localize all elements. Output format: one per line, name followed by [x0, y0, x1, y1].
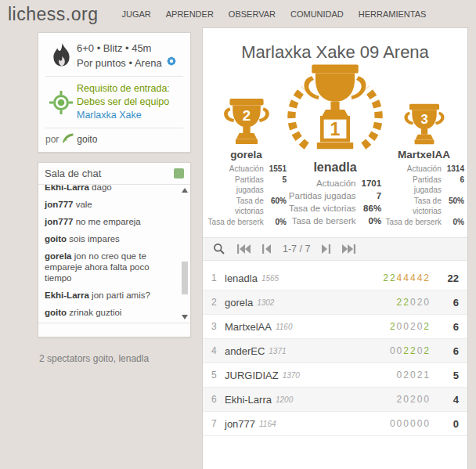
player-name[interactable]: gorela — [225, 297, 253, 308]
tournament-info-box: 6+0 • Blitz • 45m Por puntos • Arena — [38, 32, 191, 153]
standings-row[interactable]: 6 Ekhi-Larra 1200 20200 4 — [203, 388, 467, 412]
clock-line: 6+0 • Blitz • 45m — [77, 41, 177, 56]
entry-condition-text: Requisito de entrada: Debes ser del equi… — [77, 82, 170, 122]
player-rank: 3 — [211, 321, 222, 332]
standings-row[interactable]: 4 anderEC 1371 002202 6 — [203, 339, 467, 363]
rank-2-number: 2 — [242, 107, 250, 124]
player-rating: 1164 — [259, 420, 276, 428]
score-sheet: 20200 — [397, 394, 431, 405]
podium-first: 1 lenadla Actuación1701Partidas jugadas7… — [287, 64, 384, 227]
nav-item-jugar[interactable]: JUGAR — [121, 9, 150, 19]
stat-value: 86% — [362, 203, 382, 215]
podium-player-name[interactable]: MartxelAA — [398, 149, 450, 161]
page-range: 1-7 / 7 — [283, 244, 310, 254]
stat-value: 7 — [362, 190, 382, 202]
chat-username[interactable]: goito — [45, 308, 67, 317]
score-digit: 2 — [390, 272, 397, 283]
chat-username[interactable]: jon777 — [45, 200, 73, 209]
chat-message: jon777 no me empareja — [45, 216, 177, 227]
score-sheet: 000000 — [390, 418, 431, 429]
player-rank: 6 — [211, 394, 222, 405]
sidebar: 6+0 • Blitz • 45m Por puntos • Arena — [38, 32, 191, 364]
player-name[interactable]: jon777 — [225, 418, 255, 430]
standings-row[interactable]: 1 lenadla 1565 2244442 22 — [203, 266, 467, 290]
stat-label: Tasa de victorias — [384, 196, 442, 216]
chat-username[interactable]: gorela — [45, 251, 72, 261]
score-digit: 2 — [383, 272, 390, 283]
podium-player-name[interactable]: lenadla — [313, 161, 356, 175]
score-digit: 0 — [424, 394, 431, 405]
scroll-down-icon[interactable] — [182, 315, 188, 319]
player-name[interactable]: JURGIDIAZ — [225, 370, 279, 381]
stat-label: Partidas jugadas — [206, 175, 264, 195]
score-digit: 0 — [397, 418, 404, 429]
next-page-icon[interactable] — [322, 244, 330, 254]
organizer-row: por goito — [45, 128, 183, 152]
chat-username[interactable]: Ekhi-Larra — [45, 290, 89, 300]
chat-input[interactable] — [38, 323, 190, 337]
player-rating: 1370 — [283, 371, 300, 380]
team-link[interactable]: Marlaxka Xake — [77, 109, 170, 122]
tournament-panel: Marlaxka Xake 09 Arena 2 gorela Actuació… — [202, 27, 468, 469]
scrollbar-thumb[interactable] — [182, 262, 188, 294]
chat-username[interactable]: Ekhi-Larra — [45, 185, 89, 192]
score-digit: 2 — [424, 321, 431, 332]
chat-message: jon777 vale — [45, 199, 177, 210]
time-control-text: 6+0 • Blitz • 45m Por puntos • Arena — [77, 41, 177, 70]
condition-text: Debes ser del equipo — [77, 96, 170, 109]
score-total: 4 — [431, 394, 459, 406]
score-digit: 2 — [390, 321, 397, 332]
player-name[interactable]: MartxelAA — [225, 321, 272, 333]
condition-title: Requisito de entrada: — [77, 82, 170, 96]
gear-icon[interactable] — [166, 56, 177, 70]
nav-item-herramientas[interactable]: HERRAMIENTAS — [359, 9, 427, 19]
score-digit: 0 — [417, 394, 424, 405]
last-page-icon[interactable] — [342, 244, 355, 254]
standings-row[interactable]: 2 gorela 1302 22020 6 — [203, 290, 467, 315]
standings-row[interactable]: 7 jon777 1164 000000 0 — [203, 412, 467, 436]
stat-value: 60% — [269, 196, 287, 216]
nav-item-comunidad[interactable]: COMUNIDAD — [290, 9, 344, 19]
prev-page-icon[interactable] — [262, 244, 271, 254]
first-page-icon[interactable] — [237, 244, 251, 254]
search-icon[interactable] — [213, 243, 225, 255]
score-digit: 2 — [410, 345, 417, 356]
podium-player-name[interactable]: gorela — [230, 149, 262, 161]
score-digit: 2 — [424, 345, 431, 356]
player-rating: 1160 — [276, 323, 293, 331]
player-rank: 4 — [211, 345, 222, 356]
player-rank: 7 — [211, 418, 222, 429]
standings-row[interactable]: 5 JURGIDIAZ 1370 02021 5 — [203, 363, 467, 388]
chat-toggle[interactable] — [174, 168, 184, 179]
player-name[interactable]: Ekhi-Larra — [225, 394, 272, 406]
rank-1-number: 1 — [330, 119, 341, 139]
score-digit: 2 — [410, 394, 417, 405]
player-name[interactable]: lenadla — [225, 272, 258, 284]
standings-row[interactable]: 3 MartxelAA 1160 200202 6 — [203, 315, 467, 339]
score-total: 6 — [431, 345, 459, 357]
score-sheet: 02021 — [397, 370, 431, 381]
score-digit: 0 — [403, 418, 410, 429]
chat-scrollbar[interactable] — [180, 186, 189, 322]
chat-title: Sala de chat — [45, 168, 101, 179]
podium-stats: Actuación1701Partidas jugadas7Tasa de vi… — [289, 178, 381, 227]
score-digit: 2 — [417, 370, 424, 381]
chat-username[interactable]: jon777 — [45, 217, 73, 226]
tournament-title: Marlaxka Xake 09 Arena — [203, 42, 467, 63]
nav-item-aprender[interactable]: APRENDER — [166, 9, 214, 19]
organizer-name[interactable]: goito — [77, 134, 97, 145]
score-sheet: 2244442 — [383, 272, 431, 283]
stat-value: 0% — [269, 217, 287, 227]
score-digit: 2 — [397, 394, 404, 405]
scroll-up-icon[interactable] — [182, 188, 188, 193]
score-digit: 2 — [424, 272, 431, 283]
nav-item-observar[interactable]: OBSERVAR — [229, 9, 276, 19]
mode-line: Por puntos • Arena — [77, 56, 162, 70]
player-name[interactable]: anderEC — [225, 345, 265, 357]
player-rank: 2 — [211, 297, 222, 308]
stat-label: Tasa de berserk — [289, 215, 356, 227]
chat-message: gorela jon no creo que te empareje ahora… — [45, 251, 177, 283]
lichess-logo[interactable]: lichess.org — [8, 4, 98, 25]
score-total: 0 — [431, 418, 459, 430]
chat-username[interactable]: goito — [45, 234, 67, 244]
